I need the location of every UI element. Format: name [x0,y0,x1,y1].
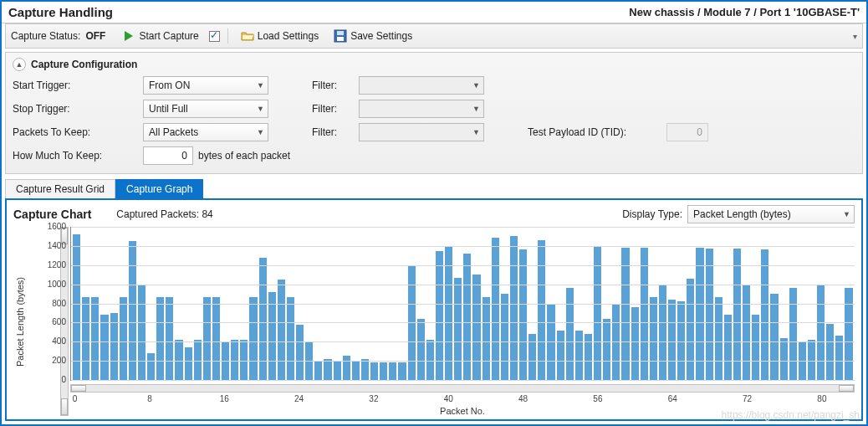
bar [156,297,164,381]
how-much-suffix: bytes of each packet [198,150,290,162]
bar [510,236,518,380]
filter1-combo[interactable]: ▼ [359,76,484,95]
breadcrumb: New chassis / Module 7 / Port 1 '10GBASE… [629,6,860,18]
stop-trigger-combo[interactable]: Until Full▼ [143,100,268,118]
bar [483,297,490,381]
svg-rect-1 [337,31,344,35]
bar [389,362,396,380]
bar [826,324,834,380]
bar [268,292,276,380]
bar [817,285,825,380]
bar [566,288,574,380]
bar [343,356,350,380]
tid-label: Test Payload ID (TID): [528,126,661,138]
bar [231,340,238,380]
x-scrollbar[interactable] [70,384,855,393]
bar [212,297,220,381]
chart-title: Capture Chart [13,208,91,221]
bar [603,319,610,380]
bar [82,297,89,381]
config-grid: Start Trigger: From ON▼ Filter: ▼ Stop T… [13,76,855,165]
bar [352,361,360,380]
packets-to-keep-value: All Packets [149,126,198,138]
bar [845,288,852,380]
captured-packets-value: 84 [202,208,212,220]
bar [314,361,322,380]
tab-capture-result-grid[interactable]: Capture Result Grid [5,179,115,198]
bar [91,297,99,381]
app-window: Capture Handling New chassis / Module 7 … [0,0,868,426]
folder-open-icon [241,29,254,43]
bar [687,279,694,380]
bar [631,307,639,380]
bar [249,297,257,381]
bar [334,361,341,380]
chevron-down-icon: ▼ [257,81,264,90]
tabstrip: Capture Result Grid Capture Graph [5,179,863,198]
titlebar: Capture Handling New chassis / Module 7 … [2,2,866,23]
load-settings-button[interactable]: Load Settings [236,28,324,44]
overflow-chevron-icon[interactable]: ▾ [853,32,857,41]
y-axis-label: Packet Length (bytes) [13,227,27,416]
captured-packets: Captured Packets: 84 [116,208,212,220]
bar [370,362,378,380]
bar [594,246,601,380]
filter3-combo[interactable]: ▼ [359,123,484,141]
display-type-label: Display Type: [622,208,682,220]
bar [361,359,369,380]
collapse-button[interactable]: ▲ [13,58,26,71]
tab-capture-graph[interactable]: Capture Graph [115,179,203,198]
bar [120,297,127,381]
display-type-combo[interactable]: Packet Length (bytes)▼ [687,205,855,223]
bar [715,297,722,381]
start-capture-checkbox[interactable] [209,31,220,42]
capture-status-value: OFF [85,30,105,42]
capture-configuration-panel: ▲ Capture Configuration Start Trigger: F… [5,52,863,174]
bar [296,325,304,380]
start-trigger-combo[interactable]: From ON▼ [143,76,268,95]
bar [780,338,788,380]
bar [752,315,759,380]
svg-rect-2 [337,37,344,41]
play-icon [122,29,135,43]
bar [240,340,248,380]
bar [73,234,80,380]
chevron-down-icon: ▼ [257,105,264,113]
bar [501,294,508,380]
bar [835,336,843,380]
bar [770,294,778,380]
bar [454,278,462,380]
panel-title: Capture Configuration [31,59,137,70]
bar [203,297,211,381]
filter2-combo[interactable]: ▼ [359,100,484,118]
bar [166,297,173,381]
start-capture-label: Start Capture [139,30,198,42]
bar [380,362,387,380]
packets-to-keep-combo[interactable]: All Packets▼ [143,123,268,141]
captured-packets-label: Captured Packets: [116,208,199,220]
save-settings-button[interactable]: Save Settings [329,28,417,44]
bar [789,288,797,380]
bar [185,347,192,380]
filter1-label: Filter: [312,80,354,91]
how-much-input[interactable]: 0 [143,146,193,165]
bar [417,319,425,380]
start-capture-button[interactable]: Start Capture [117,28,203,44]
bar [194,340,202,380]
chart-area: Packet Length (bytes) 020040060080010001… [13,227,855,416]
bar [426,340,434,380]
x-axis-ticks: 08162432404856647280 [70,394,855,406]
watermark: https://blog.csdn.net/pangzi_sh [722,409,860,421]
chevron-down-icon: ▼ [257,128,264,136]
bar [808,340,815,380]
bar [100,315,108,380]
tid-field: 0 [666,123,708,141]
capture-graph-panel: Capture Chart Captured Packets: 84 Displ… [5,198,863,421]
bar [677,301,685,380]
bar [538,240,545,380]
how-much-label: How Much To Keep: [13,150,138,162]
bar [175,340,182,380]
start-trigger-label: Start Trigger: [13,80,138,91]
bar [147,353,155,380]
floppy-save-icon [334,29,347,43]
